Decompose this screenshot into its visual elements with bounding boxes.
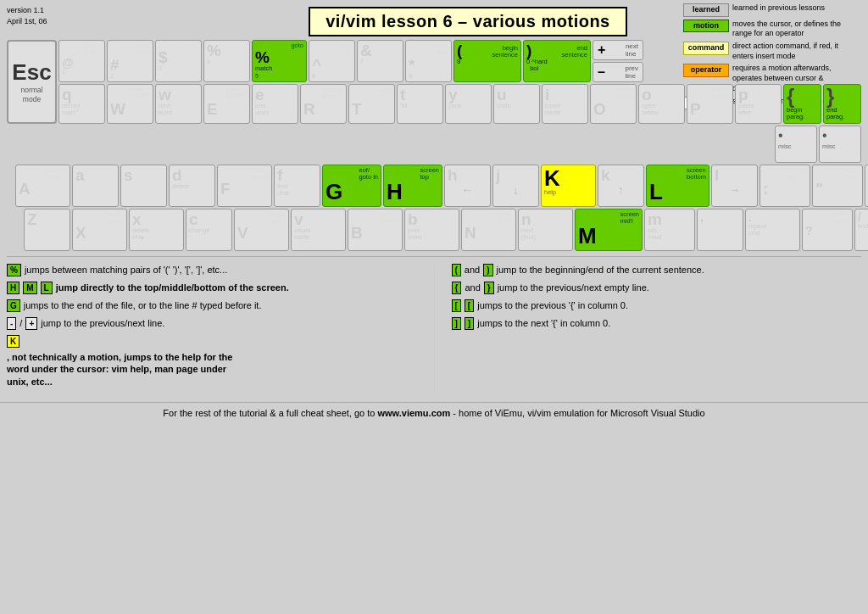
desc-h-badge: H: [7, 282, 19, 294]
key-minus[interactable]: – prevline: [593, 62, 643, 82]
key-R[interactable]: replacemode R: [300, 84, 347, 124]
key-p[interactable]: p pasteafter: [735, 84, 782, 124]
desc-oparen-badge: (: [452, 264, 461, 276]
asdf-row: appendat eol A a s d delete ^backfind ch…: [15, 165, 861, 207]
key-j[interactable]: j ↓: [492, 165, 539, 207]
header: version 1.1 April 1st, 06 vi/vim lesson …: [0, 0, 868, 36]
key-L-screen[interactable]: screenbottom L: [646, 165, 709, 207]
key-l[interactable]: l →: [711, 165, 758, 207]
key-return[interactable]: ^goto'mk.bo× ↵: [865, 165, 868, 207]
key-G-main: G: [326, 181, 342, 203]
misc-row: • misc • misc: [68, 126, 861, 163]
key-2[interactable]: prevident # 2: [107, 40, 153, 82]
key-plus[interactable]: + nextline: [593, 40, 643, 60]
key-G-goto[interactable]: eof/goto ln G: [322, 165, 381, 207]
key-F[interactable]: ^backfind ch F: [217, 165, 272, 207]
key-brace-close[interactable]: } endparag.: [823, 84, 861, 124]
key-m-mark[interactable]: m setmark: [644, 209, 695, 251]
key-A[interactable]: appendat eol A: [15, 165, 70, 207]
key-6[interactable]: ^softbol ^ 6: [309, 40, 355, 82]
key-q[interactable]: q recordmacr°: [58, 84, 105, 124]
key-9-begin-sentence[interactable]: ( beginsentence 9: [453, 40, 521, 82]
key-x-del[interactable]: x deletechar: [129, 209, 184, 251]
key-X-backspace[interactable]: backspace X: [72, 209, 127, 251]
key-quote[interactable]: reg.spec. ": [812, 165, 863, 207]
legend-badge-learned: learned: [683, 3, 729, 17]
key-M-screen[interactable]: screenmid'l M: [575, 209, 643, 251]
key-w-main: w: [159, 87, 171, 103]
key-W-main: W: [110, 101, 125, 117]
minus-sym: –: [598, 64, 605, 80]
key-q-main: q: [62, 87, 72, 103]
key-e[interactable]: e endword: [252, 84, 298, 124]
esc-key[interactable]: Esc normalmode: [7, 40, 57, 124]
key-4-lbl: 4: [207, 59, 210, 65]
key-fwd-slash[interactable]: / find: [854, 209, 868, 251]
key-y[interactable]: y yank: [445, 84, 492, 124]
key-P-top: pastebefore: [712, 87, 730, 101]
key-i[interactable]: i insertmode: [542, 84, 588, 124]
key-0-end-sentence[interactable]: ) endsentence 0 ^hard bol: [523, 40, 591, 82]
key-dot-main: .: [748, 211, 752, 223]
desc-K-text: , not technically a motion, jumps to the…: [7, 351, 244, 389]
key-K-help[interactable]: K help: [541, 165, 596, 207]
key-quote-main: ": [815, 181, 823, 197]
key-slash-main: ?: [805, 225, 813, 237]
key-v-visual[interactable]: v visualmode: [291, 209, 346, 251]
key-o[interactable]: o openbelow: [638, 84, 685, 124]
desc-braces-text: jump to the previous/next empty line.: [498, 282, 649, 294]
key-h[interactable]: h ←: [444, 165, 491, 207]
key-N-prev[interactable]: prev(find) N: [461, 209, 516, 251]
date-text: April 1st, 06: [7, 16, 75, 27]
key-a[interactable]: a: [72, 165, 119, 207]
key-dot[interactable]: . repeatcmd: [745, 209, 800, 251]
key-f[interactable]: f findchar: [274, 165, 320, 207]
desc-bracket-prev: [ [ jumps to the previous '{' in column …: [452, 299, 862, 312]
key-c[interactable]: c change: [186, 209, 232, 251]
legend-badge-operator: operator: [683, 64, 729, 77]
key-V-visual[interactable]: visuallines V: [234, 209, 289, 251]
spacer14: [728, 126, 774, 163]
desc-and: and: [465, 264, 480, 276]
key-3[interactable]: eol $ 3: [155, 40, 202, 82]
key-p-lbl: pasteafter: [738, 103, 754, 117]
key-c-main: c: [189, 211, 198, 227]
plus-lbl: nextline: [626, 42, 638, 58]
key-W[interactable]: nextWORD W: [107, 84, 153, 124]
key-0-top: endsentence: [562, 45, 587, 59]
key-comma[interactable]: ,: [697, 209, 743, 251]
key-a-main: a: [75, 167, 85, 183]
key-t[interactable]: t 'till: [397, 84, 443, 124]
key-5-percent[interactable]: goto % match 5: [252, 40, 307, 82]
key-excmd[interactable]: ex cmdline :: [760, 165, 810, 207]
key-T[interactable]: back'till T: [348, 84, 395, 124]
key-1[interactable]: playmacr° @ 1: [58, 40, 105, 82]
key-w[interactable]: w nextword: [155, 84, 202, 124]
key-d[interactable]: d delete: [169, 165, 215, 207]
key-brace-open[interactable]: { beginparag.: [783, 84, 821, 124]
key-B-prev[interactable]: prevWORD B: [348, 209, 403, 251]
key-o-main: o: [642, 87, 652, 103]
key-Z[interactable]: Z: [24, 209, 70, 251]
key-H-screen[interactable]: screentop H: [383, 165, 442, 207]
legend-row-learned: learned learned in previous lessons: [683, 3, 861, 17]
key-8[interactable]: nextident * 8: [405, 40, 452, 82]
key-4[interactable]: % 4: [203, 40, 250, 82]
key-n-next[interactable]: n next(find): [518, 209, 573, 251]
key-b-prev[interactable]: b prevword: [404, 209, 459, 251]
key-5-sub: 5: [255, 73, 259, 80]
key-N-main: N: [465, 225, 476, 241]
key-O[interactable]: openabove O: [590, 84, 637, 124]
key-k[interactable]: k ↑: [598, 165, 644, 207]
key-h-main: h: [448, 167, 458, 183]
key-E[interactable]: endWORD E: [203, 84, 250, 124]
key-dot-misc2[interactable]: • misc: [819, 126, 861, 163]
key-M-main: M: [578, 225, 597, 247]
key-s[interactable]: s: [120, 165, 167, 207]
key-dot-misc1[interactable]: • misc: [775, 126, 817, 163]
key-u[interactable]: u undo: [493, 84, 540, 124]
key-slash-find[interactable]: find(rev.) ?: [802, 209, 853, 251]
key-l-main: l: [715, 167, 719, 183]
key-7[interactable]: & 7: [357, 40, 403, 82]
key-P[interactable]: pastebefore P: [687, 84, 733, 124]
